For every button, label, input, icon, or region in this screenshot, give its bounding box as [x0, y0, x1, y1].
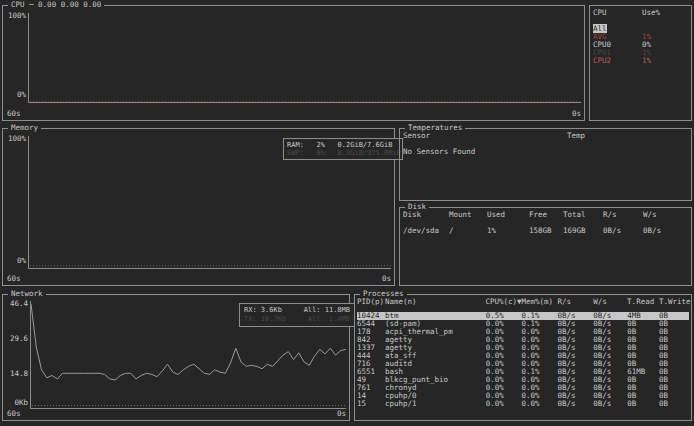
process-cell-w: 0B/s — [593, 400, 627, 408]
cpu-y-min-label: 0% — [4, 91, 26, 99]
disk-col-free: Free — [529, 211, 563, 219]
temperatures-col-temp: Temp — [567, 132, 688, 140]
network-rx-legend-row: RX: 3.6Kb All: 11.8MB — [244, 306, 350, 315]
disk-cell-free: 158GB — [529, 227, 563, 235]
processes-col-rs[interactable]: R/s — [557, 298, 593, 306]
cpu-graph — [3, 6, 584, 120]
process-cell-tread: 0B — [627, 400, 659, 408]
disk-col-used: Used — [487, 211, 529, 219]
process-cell-cpu: 0.0% — [486, 400, 522, 408]
processes-header: PID(p) Name(n) CPU%(c)▼ Mem%(m) R/s W/s … — [357, 298, 689, 306]
disk-row[interactable]: /dev/sda / 1% 158GB 169GB 0B/s 0B/s — [403, 227, 688, 235]
cpu-legend-panel[interactable]: CPU Use% AllAVG1%CPU00%CPU11%CPU21% — [589, 5, 692, 121]
disk-cell-rs: 0B/s — [603, 227, 643, 235]
processes-col-name[interactable]: Name(n) — [385, 298, 486, 306]
process-cell-mem: 0.0% — [522, 400, 558, 408]
network-panel[interactable]: Network 46.4 29.6 14.8 0Kb 60s 0s RX: 3.… — [2, 294, 350, 421]
ram-usage-text: RAM: 2% 0.2GiB/7.6GiB — [287, 141, 399, 149]
cpu-legend-col-cpu: CPU — [593, 9, 642, 17]
cpu-legend-rows: AllAVG1%CPU00%CPU11%CPU21% — [593, 25, 688, 65]
disk-cell-ws: 0B/s — [643, 227, 688, 235]
cpu-entry-label: CPU2 — [593, 57, 642, 65]
swap-usage-text: SWP: 0% 0.0GiB/975.0MiB — [287, 149, 399, 157]
processes-col-ws[interactable]: W/s — [593, 298, 627, 306]
network-tx-rate: TX: 10.7Kb — [244, 315, 286, 324]
network-rx-rate: RX: 3.6Kb — [244, 306, 282, 315]
network-x-left-label: 60s — [7, 410, 21, 418]
cpu-legend-row-all[interactable]: All — [593, 25, 688, 33]
disk-cell-used: 1% — [487, 227, 529, 235]
disk-rows: /dev/sda / 1% 158GB 169GB 0B/s 0B/s — [403, 227, 688, 235]
cpu-legend-col-use: Use% — [642, 9, 688, 17]
processes-col-tread[interactable]: T.Read — [627, 298, 659, 306]
disk-cell-mount: / — [449, 227, 487, 235]
processes-col-twrite[interactable]: T.Write — [659, 298, 689, 306]
process-cell-pid: 15 — [357, 400, 385, 408]
disk-cell-device: /dev/sda — [403, 227, 449, 235]
network-tx-legend-row: TX: 10.7Kb All: 1.4MB — [244, 315, 350, 324]
disk-col-rs: R/s — [603, 211, 643, 219]
memory-x-right-label: 0s — [382, 275, 391, 283]
temperatures-header: Sensor Temp — [403, 132, 688, 140]
process-cell-twrite: 0B — [659, 400, 689, 408]
disk-col-disk: Disk — [403, 211, 449, 219]
temperatures-panel[interactable]: Temperatures Sensor Temp No Sensors Foun… — [399, 128, 692, 201]
memory-panel[interactable]: Memory 100% 0% 60s 0s RAM: 2% 0.2GiB/7.6… — [2, 128, 395, 286]
processes-panel[interactable]: Processes PID(p) Name(n) CPU%(c)▼ Mem%(m… — [354, 294, 692, 421]
process-cell-r: 0B/s — [557, 400, 593, 408]
disk-col-mount: Mount — [449, 211, 487, 219]
cpu-x-right-label: 0s — [572, 110, 581, 118]
cpu-y-max-label: 100% — [4, 12, 26, 20]
disk-cell-total: 169GB — [563, 227, 603, 235]
network-y-label-0: 0Kb — [4, 399, 28, 407]
disk-col-ws: W/s — [643, 211, 688, 219]
disk-panel[interactable]: Disk Disk Mount Used Free Total R/s W/s … — [399, 207, 692, 286]
processes-col-pid[interactable]: PID(p) — [357, 298, 385, 306]
processes-col-cpu[interactable]: CPU%(c)▼ — [486, 298, 522, 306]
processes-col-mem[interactable]: Mem%(m) — [522, 298, 558, 306]
temperatures-empty-message: No Sensors Found — [403, 148, 688, 156]
disk-header: Disk Mount Used Free Total R/s W/s — [403, 211, 688, 219]
network-y-label-1: 14.8 — [4, 370, 28, 378]
network-tx-total: All: 1.4MB — [308, 315, 350, 324]
cpu-legend-row-cpu2[interactable]: CPU21% — [593, 57, 688, 65]
cpu-legend-header: CPU Use% — [593, 9, 688, 17]
network-rx-total: All: 11.8MB — [304, 306, 350, 315]
process-rows: 10424btm0.5%0.1%0B/s0B/s4MB0B6544(sd-pam… — [357, 312, 689, 408]
network-x-right-label: 0s — [337, 410, 346, 418]
process-row-15[interactable]: 15cpuhp/10.0%0.0%0B/s0B/s0B0B — [357, 400, 689, 408]
temperatures-panel-title: Temperatures — [405, 124, 465, 132]
process-cell-name: cpuhp/1 — [385, 400, 486, 408]
network-y-label-3: 46.4 — [4, 300, 28, 308]
cpu-x-left-label: 60s — [7, 110, 21, 118]
network-legend: RX: 3.6Kb All: 11.8MB TX: 10.7Kb All: 1.… — [239, 303, 355, 327]
btm-system-monitor: CPU ─ 0.00 0.00 0.00 100% 0% 60s 0s CPU … — [0, 0, 694, 426]
memory-y-max-label: 100% — [4, 135, 26, 143]
cpu-entry-usage: 1% — [642, 57, 688, 65]
temperatures-col-sensor: Sensor — [403, 132, 567, 140]
memory-x-left-label: 60s — [7, 275, 21, 283]
disk-panel-title: Disk — [405, 203, 429, 211]
processes-panel-title: Processes — [360, 290, 407, 298]
memory-usage-legend: RAM: 2% 0.2GiB/7.6GiB SWP: 0% 0.0GiB/975… — [283, 138, 403, 160]
memory-y-min-label: 0% — [4, 257, 26, 265]
disk-col-total: Total — [563, 211, 603, 219]
cpu-panel[interactable]: CPU ─ 0.00 0.00 0.00 100% 0% 60s 0s — [2, 5, 585, 121]
network-y-label-2: 29.6 — [4, 335, 28, 343]
